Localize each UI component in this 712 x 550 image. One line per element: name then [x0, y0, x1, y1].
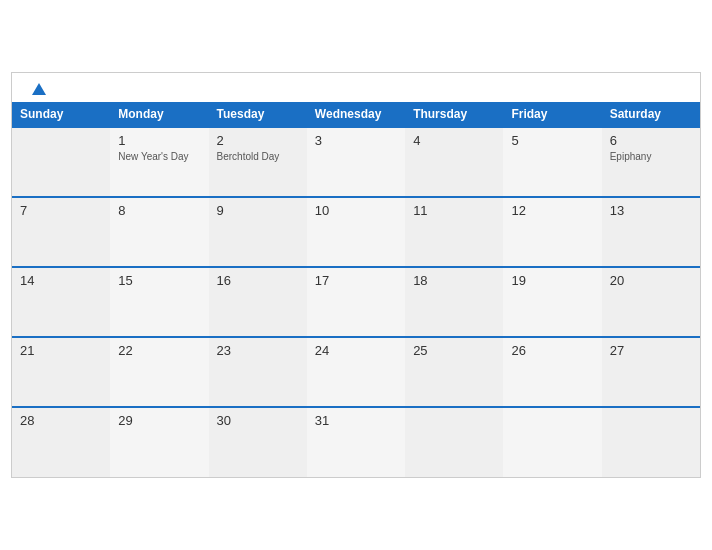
- day-number: 11: [413, 203, 495, 218]
- logo-blue-text: [28, 83, 46, 96]
- logo: [28, 83, 46, 96]
- day-number: 28: [20, 413, 102, 428]
- day-number: 21: [20, 343, 102, 358]
- day-cell: 23: [209, 337, 307, 407]
- week-row-1: 78910111213: [12, 197, 700, 267]
- day-cell: 29: [110, 407, 208, 477]
- day-number: 20: [610, 273, 692, 288]
- day-cell: 12: [503, 197, 601, 267]
- day-cell: 16: [209, 267, 307, 337]
- logo-triangle-icon: [32, 83, 46, 95]
- day-number: 18: [413, 273, 495, 288]
- calendar-tbody: 1New Year's Day2Berchtold Day3456Epiphan…: [12, 127, 700, 477]
- day-number: 31: [315, 413, 397, 428]
- holiday-name: Epiphany: [610, 150, 692, 163]
- day-cell: 8: [110, 197, 208, 267]
- day-cell: 28: [12, 407, 110, 477]
- week-row-4: 28293031: [12, 407, 700, 477]
- day-cell: [602, 407, 700, 477]
- day-cell: 3: [307, 127, 405, 197]
- day-number: 13: [610, 203, 692, 218]
- weekday-header-saturday: Saturday: [602, 102, 700, 127]
- day-number: 4: [413, 133, 495, 148]
- day-cell: 24: [307, 337, 405, 407]
- weekday-header-monday: Monday: [110, 102, 208, 127]
- day-cell: 18: [405, 267, 503, 337]
- day-cell: [405, 407, 503, 477]
- calendar: SundayMondayTuesdayWednesdayThursdayFrid…: [11, 72, 701, 478]
- calendar-header: [12, 73, 700, 102]
- day-cell: 2Berchtold Day: [209, 127, 307, 197]
- day-number: 29: [118, 413, 200, 428]
- day-number: 1: [118, 133, 200, 148]
- day-cell: 19: [503, 267, 601, 337]
- day-number: 10: [315, 203, 397, 218]
- weekday-header-sunday: Sunday: [12, 102, 110, 127]
- day-number: 19: [511, 273, 593, 288]
- day-number: 24: [315, 343, 397, 358]
- day-number: 23: [217, 343, 299, 358]
- day-number: 27: [610, 343, 692, 358]
- day-number: 9: [217, 203, 299, 218]
- day-cell: 14: [12, 267, 110, 337]
- day-number: 16: [217, 273, 299, 288]
- day-cell: 13: [602, 197, 700, 267]
- day-cell: 25: [405, 337, 503, 407]
- day-cell: [503, 407, 601, 477]
- day-cell: 5: [503, 127, 601, 197]
- day-number: 14: [20, 273, 102, 288]
- day-cell: 20: [602, 267, 700, 337]
- day-cell: 4: [405, 127, 503, 197]
- weekday-header-wednesday: Wednesday: [307, 102, 405, 127]
- week-row-3: 21222324252627: [12, 337, 700, 407]
- day-cell: 10: [307, 197, 405, 267]
- day-cell: 11: [405, 197, 503, 267]
- day-number: 3: [315, 133, 397, 148]
- day-cell: 17: [307, 267, 405, 337]
- day-number: 15: [118, 273, 200, 288]
- day-number: 7: [20, 203, 102, 218]
- weekday-header-tuesday: Tuesday: [209, 102, 307, 127]
- day-cell: 30: [209, 407, 307, 477]
- day-cell: 15: [110, 267, 208, 337]
- week-row-2: 14151617181920: [12, 267, 700, 337]
- day-number: 22: [118, 343, 200, 358]
- day-number: 2: [217, 133, 299, 148]
- day-cell: 31: [307, 407, 405, 477]
- day-number: 8: [118, 203, 200, 218]
- day-cell: 1New Year's Day: [110, 127, 208, 197]
- day-cell: [12, 127, 110, 197]
- day-number: 5: [511, 133, 593, 148]
- weekday-header-row: SundayMondayTuesdayWednesdayThursdayFrid…: [12, 102, 700, 127]
- day-number: 12: [511, 203, 593, 218]
- day-cell: 7: [12, 197, 110, 267]
- holiday-name: Berchtold Day: [217, 150, 299, 163]
- day-number: 25: [413, 343, 495, 358]
- calendar-grid: SundayMondayTuesdayWednesdayThursdayFrid…: [12, 102, 700, 477]
- day-cell: 22: [110, 337, 208, 407]
- day-number: 17: [315, 273, 397, 288]
- day-cell: 9: [209, 197, 307, 267]
- holiday-name: New Year's Day: [118, 150, 200, 163]
- day-cell: 21: [12, 337, 110, 407]
- day-number: 6: [610, 133, 692, 148]
- day-cell: 27: [602, 337, 700, 407]
- weekday-header-friday: Friday: [503, 102, 601, 127]
- day-number: 26: [511, 343, 593, 358]
- calendar-thead: SundayMondayTuesdayWednesdayThursdayFrid…: [12, 102, 700, 127]
- week-row-0: 1New Year's Day2Berchtold Day3456Epiphan…: [12, 127, 700, 197]
- day-cell: 6Epiphany: [602, 127, 700, 197]
- weekday-header-thursday: Thursday: [405, 102, 503, 127]
- day-cell: 26: [503, 337, 601, 407]
- day-number: 30: [217, 413, 299, 428]
